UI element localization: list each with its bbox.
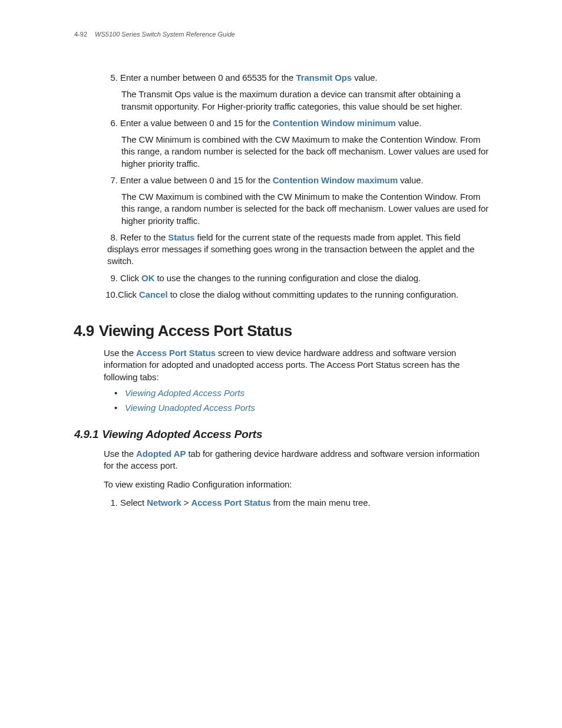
step-5: 5.Enter a number between 0 and 65535 for… <box>107 72 491 113</box>
step-number: 6. <box>107 118 118 128</box>
term-adopted-ap: Adopted AP <box>136 449 186 459</box>
step-6: 6.Enter a value between 0 and 15 for the… <box>107 117 491 170</box>
step-7: 7.Enter a value between 0 and 15 for the… <box>107 174 491 227</box>
heading-4-9: 4.9Viewing Access Port Status <box>74 322 491 340</box>
link-viewing-adopted[interactable]: Viewing Adopted Access Ports <box>125 388 244 398</box>
step-9: 9.Click OK to use the changes to the run… <box>107 272 491 284</box>
heading-4-9-1: 4.9.1Viewing Adopted Access Ports <box>74 428 491 441</box>
subsection-title: Viewing Adopted Access Ports <box>102 428 262 440</box>
term-cw-min: Contention Window minimum <box>273 118 396 128</box>
bullet-adopted-link[interactable]: Viewing Adopted Access Ports <box>114 388 491 398</box>
paragraph: Use the Access Port Status screen to vie… <box>104 347 491 383</box>
paragraph: To view existing Radio Configuration inf… <box>104 479 491 490</box>
step-8: 8.Refer to the Status field for the curr… <box>107 232 491 268</box>
doc-title: WS5100 Series Switch System Reference Gu… <box>95 31 235 38</box>
subsection-number: 4.9.1 <box>74 428 98 440</box>
step-number: 9. <box>107 273 118 283</box>
term-status: Status <box>168 232 194 242</box>
step-number: 7. <box>107 175 118 185</box>
term-access-port-status: Access Port Status <box>136 348 216 358</box>
term-access-port-status-menu: Access Port Status <box>191 498 270 508</box>
step-10: 10.Click Cancel to close the dialog with… <box>105 289 491 301</box>
step-text: Select Network > Access Port Status from… <box>120 498 371 508</box>
step-text: Enter a value between 0 and 15 for the C… <box>120 118 421 128</box>
step-number: 1. <box>107 498 118 508</box>
step-text: Click OK to use the changes to the runni… <box>120 273 421 283</box>
section-number: 4.9 <box>74 322 94 340</box>
term-transmit-ops: Transmit Ops <box>296 73 352 83</box>
bullet-unadopted-link[interactable]: Viewing Unadopted Access Ports <box>114 403 491 413</box>
step-detail: The CW Maximum is combined with the CW M… <box>121 191 491 227</box>
step-text: Click Cancel to close the dialog without… <box>118 289 458 299</box>
step-text: Refer to the Status field for the curren… <box>107 232 475 266</box>
step-number: 5. <box>107 73 118 83</box>
step-text: Enter a number between 0 and 65535 for t… <box>120 73 378 83</box>
step-1: 1.Select Network > Access Port Status fr… <box>107 497 491 509</box>
paragraph: Use the Adopted AP tab for gathering dev… <box>104 448 491 472</box>
step-detail: The CW Minimum is combined with the CW M… <box>121 134 491 170</box>
term-ok: OK <box>141 273 154 283</box>
term-cancel: Cancel <box>139 289 168 299</box>
term-network: Network <box>147 498 181 508</box>
section-title: Viewing Access Port Status <box>99 322 292 340</box>
step-number: 10. <box>105 289 118 299</box>
step-number: 8. <box>107 232 118 242</box>
step-text: Enter a value between 0 and 15 for the C… <box>120 175 424 185</box>
page-number: 4-92 <box>74 31 87 38</box>
running-header: 4-92 WS5100 Series Switch System Referen… <box>74 31 491 38</box>
step-detail: The Transmit Ops value is the maximum du… <box>121 88 491 113</box>
term-cw-max: Contention Window maximum <box>273 175 398 185</box>
link-viewing-unadopted[interactable]: Viewing Unadopted Access Ports <box>125 403 255 413</box>
